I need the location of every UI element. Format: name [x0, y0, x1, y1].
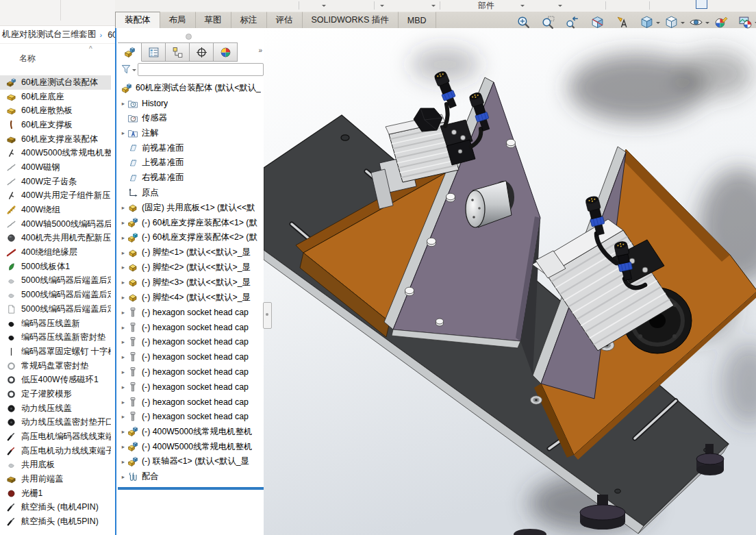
view-tool-button[interactable]	[713, 14, 735, 31]
file-list-item[interactable]: 共用前端盖	[0, 472, 111, 486]
file-list-item[interactable]: 编码器压线盖新	[0, 316, 111, 331]
filter-caret-icon[interactable]	[132, 69, 136, 73]
file-list-item[interactable]: 5000线编码器后端盖后定	[0, 274, 111, 288]
feature-tree-item[interactable]: ▸ (-) hexagon socket head cap	[118, 410, 264, 425]
view-tool-button[interactable]	[664, 14, 685, 31]
expand-arrow-icon[interactable]: ▸	[119, 369, 127, 375]
dropdown-caret-icon[interactable]	[520, 5, 525, 9]
dropdown-caret-icon[interactable]	[656, 22, 660, 26]
featuremanager-tab[interactable]	[214, 42, 238, 62]
file-list-item[interactable]: 400W5000线常规电机整	[0, 146, 111, 160]
rollback-bar[interactable]	[118, 487, 264, 490]
file-list-item[interactable]: 航空插头 (电机4PIN)	[0, 501, 111, 515]
expand-arrow-icon[interactable]: ▸	[119, 309, 127, 316]
filter-funnel-icon[interactable]	[121, 64, 131, 75]
view-tool-button[interactable]	[614, 14, 636, 31]
expand-arrow-icon[interactable]: ▸	[119, 279, 127, 286]
file-list-item[interactable]: 60机座测试台装配体	[0, 75, 111, 90]
feature-tree-item[interactable]: ▸ (-) hexagon socket head cap	[118, 349, 264, 364]
expand-arrow-icon[interactable]: ▸	[119, 443, 127, 450]
feature-tree-item[interactable]: ▸ (固定) 共用底板<1> (默认<<默	[118, 200, 264, 215]
file-list-item[interactable]: 60机座底座	[0, 90, 111, 104]
expand-arrow-icon[interactable]: ▸	[119, 413, 127, 420]
feature-tree-item[interactable]: ▸ 前视基准面	[118, 140, 264, 155]
feature-tree-item[interactable]: ▸ (-) 脚垫<3> (默认<<默认>_显	[118, 275, 264, 290]
tabs-overflow-chevron[interactable]: »	[258, 47, 262, 54]
viewport-splitter-handle[interactable]	[263, 302, 272, 329]
ribbon-tab[interactable]: 评估	[267, 12, 303, 28]
view-tool-button[interactable]	[590, 14, 612, 31]
feature-tree-item[interactable]: ▸ (-) 联轴器<1> (默认<默认_显	[118, 454, 264, 469]
featuremanager-tab[interactable]	[142, 42, 166, 62]
feature-tree-item[interactable]: ▸ (-) hexagon socket head cap	[118, 335, 264, 350]
feature-tree-item[interactable]: ▸ (-) 脚垫<2> (默认<<默认>_显	[118, 260, 264, 275]
expand-arrow-icon[interactable]: ▸	[119, 249, 127, 256]
file-list-item[interactable]: 400W绕组	[0, 203, 111, 217]
ribbon-tab[interactable]: MBD	[399, 12, 436, 28]
expand-arrow-icon[interactable]: ▸	[119, 458, 127, 465]
file-list-item[interactable]: 常规码盘罩密封垫	[0, 359, 111, 373]
ribbon-tab[interactable]: 标注	[231, 12, 267, 28]
file-list-item[interactable]: 共用底板	[0, 458, 111, 473]
file-list-item[interactable]: 60机座支撑座装配体	[0, 132, 111, 147]
feature-tree-item[interactable]: ▸ 60机座测试台装配体 (默认<默认_	[118, 81, 264, 96]
expand-arrow-icon[interactable]: ▸	[119, 353, 127, 360]
feature-tree-item[interactable]: ▸ 右视基准面	[118, 171, 264, 186]
feature-tree-item[interactable]: ▸ 注解	[118, 125, 264, 140]
view-tool-button[interactable]	[565, 14, 587, 31]
file-list-item[interactable]: 5000线板体1	[0, 260, 111, 274]
file-list-item[interactable]: 400W定子齿条	[0, 175, 111, 189]
feature-tree-item[interactable]: ▸ History	[118, 96, 264, 111]
tree-filter-input[interactable]	[138, 63, 264, 76]
feature-tree-item[interactable]: ▸ (-) 脚垫<1> (默认<<默认>_显	[118, 245, 264, 260]
expand-arrow-icon[interactable]: ▸	[119, 428, 127, 435]
name-column-header[interactable]: 名称	[19, 53, 36, 64]
feature-tree-item[interactable]: ▸ 配合	[118, 469, 264, 484]
feature-tree-item[interactable]: ▸ 上视基准面	[118, 155, 264, 171]
feature-tree-item[interactable]: ▸ (-) 400W5000线常规电机整机	[118, 439, 264, 454]
view-tool-button[interactable]	[688, 14, 710, 31]
expand-arrow-icon[interactable]: ▸	[119, 219, 127, 226]
expand-arrow-icon[interactable]: ▸	[119, 399, 127, 406]
file-list-item[interactable]: 60机座散热板	[0, 103, 111, 118]
clipped-ribbon-icon[interactable]	[696, 0, 707, 9]
featuremanager-tab[interactable]	[190, 42, 214, 62]
feature-tree-item[interactable]: ▸ 原点	[118, 186, 264, 201]
expand-arrow-icon[interactable]: ▸	[119, 338, 127, 345]
expand-arrow-icon[interactable]: ▸	[119, 294, 127, 301]
file-list-item[interactable]: 400W磁钢	[0, 160, 111, 175]
file-list-item[interactable]: 编码器罩固定螺钉 十字槽	[0, 345, 111, 359]
file-list-item[interactable]: 400W共用定子组件新压	[0, 189, 111, 203]
file-list-item[interactable]: 高压电机编码器线线束端	[0, 430, 111, 444]
feature-tree-item[interactable]: ▸ (-) 60机座支撑座装配体<2> (默	[118, 230, 264, 245]
file-list-item[interactable]: 400W轴5000线编码器后	[0, 217, 111, 232]
view-tool-button[interactable]	[639, 14, 661, 31]
dropdown-caret-icon[interactable]	[380, 5, 384, 9]
expand-arrow-icon[interactable]: ▸	[119, 473, 127, 480]
file-list-item[interactable]: 400绕组绝缘层	[0, 245, 111, 260]
expand-arrow-icon[interactable]: ▸	[119, 264, 127, 271]
feature-tree-item[interactable]: ▸ 传感器	[118, 111, 264, 126]
panel-splitter-handle[interactable]	[186, 34, 192, 40]
dropdown-caret-icon[interactable]	[322, 5, 326, 9]
expand-arrow-icon[interactable]: ▸	[119, 204, 127, 211]
feature-tree-item[interactable]: ▸ (-) hexagon socket head cap	[118, 380, 264, 395]
file-list-item[interactable]: 定子灌胶模形	[0, 387, 111, 401]
graphics-viewport[interactable]	[264, 28, 756, 535]
dropdown-caret-icon[interactable]	[431, 5, 436, 9]
breadcrumb[interactable]: 机座对脱测试台三维套图 › 60	[0, 26, 115, 44]
dropdown-caret-icon[interactable]	[558, 5, 562, 9]
sort-indicator-icon[interactable]: ^	[89, 45, 92, 53]
file-list-item[interactable]: 400机壳共用机壳配新压	[0, 232, 111, 246]
feature-tree-item[interactable]: ▸ (-) hexagon socket head cap	[118, 364, 264, 380]
view-tool-button[interactable]	[540, 14, 562, 31]
view-tool-button[interactable]	[516, 14, 538, 31]
file-list-item[interactable]: 低压400W传感磁环1	[0, 373, 111, 387]
file-list-item[interactable]: 60机座支撑板	[0, 118, 111, 132]
ribbon-tab[interactable]: 布局	[160, 12, 196, 28]
feature-tree-item[interactable]: ▸ (-) hexagon socket head cap	[118, 395, 264, 410]
feature-tree-item[interactable]: ▸ (-) hexagon socket head cap	[118, 320, 264, 335]
ribbon-tab[interactable]: SOLIDWORKS 插件	[303, 12, 399, 28]
breadcrumb-folder[interactable]: 机座对脱测试台三维套图	[0, 29, 97, 40]
expand-arrow-icon[interactable]: ▸	[119, 324, 127, 331]
